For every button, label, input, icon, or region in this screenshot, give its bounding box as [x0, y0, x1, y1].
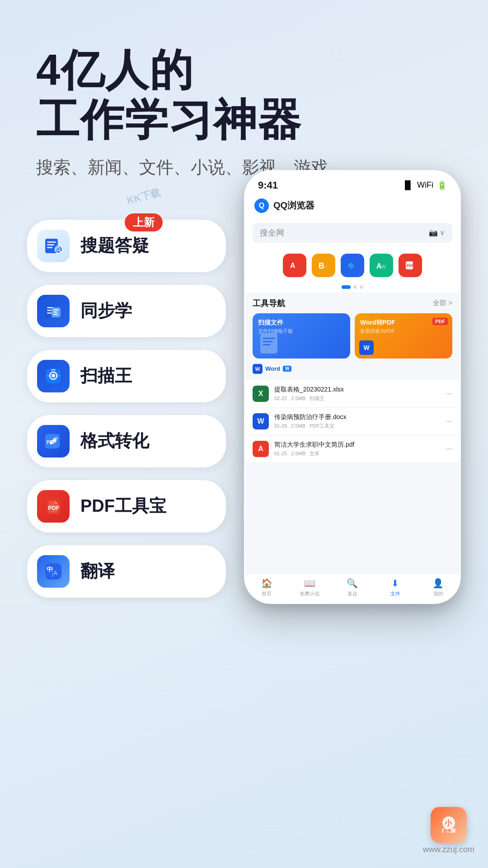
quick-app-3[interactable]: 🔷	[341, 254, 364, 277]
dot-1	[342, 285, 351, 289]
feature-item-translate[interactable]: 中 A 翻译	[27, 545, 226, 598]
dots-indicator	[245, 282, 460, 292]
scan-icon	[37, 360, 70, 392]
camera-icon[interactable]: 📷 ∨	[429, 228, 445, 237]
file-name-3: 简洁大学生求职中文简历.pdf	[274, 441, 440, 449]
file-more-1[interactable]: ···	[446, 389, 452, 398]
file-item-1[interactable]: X 提取表格_20230221.xlsx 02-22 2.5MB 扫描王	[245, 380, 460, 408]
tool-card-word-pdf[interactable]: Word转PDF 多图拼接为PDF W PDF	[355, 313, 452, 359]
svg-text:A: A	[53, 570, 58, 576]
quick-app-4[interactable]: AW	[370, 254, 393, 277]
main-content: 上新 搜题答疑	[0, 197, 488, 598]
svg-rect-40	[263, 341, 272, 342]
svg-text:W: W	[381, 264, 386, 269]
hero-section: 4亿人的 工作学习神器 搜索、新闻、文件、小说、影视、游戏	[0, 0, 488, 197]
nav-zhida[interactable]: 🔍 直达	[331, 578, 374, 597]
feature-item-sync[interactable]: 同步学	[27, 285, 226, 337]
phone-bottom-nav: 🏠 首页 📖 免费小说 🔍 直达 ⬇ 文件	[245, 574, 460, 603]
feature-label-scan: 扫描王	[80, 364, 132, 387]
svg-rect-2	[47, 244, 54, 245]
phone-search-bar[interactable]: 搜全网 📷 ∨	[245, 218, 460, 249]
svg-rect-19	[51, 369, 56, 371]
feature-label-convert: 格式转化	[80, 429, 149, 453]
tool-card-scan-title: 扫描文件	[258, 319, 345, 327]
svg-text:小: 小	[444, 819, 452, 827]
signal-icon: ▐▌	[402, 180, 414, 190]
file-info-2: 传染病预防治疗手册.docx 01-29 2.5MB PDF工具宝	[274, 413, 440, 429]
file-info-3: 简洁大学生求职中文简历.pdf 01-25 2.5MB 文库	[274, 441, 440, 457]
feature-item-search-qa[interactable]: 上新 搜题答疑	[27, 220, 226, 272]
phone-status-bar: 9:41 ▐▌ WiFi 🔋	[245, 171, 460, 195]
svg-rect-41	[263, 344, 271, 345]
svg-text:软件: 软件	[443, 829, 452, 833]
file-more-2[interactable]: ···	[446, 416, 452, 426]
file-icon-xlsx: X	[253, 386, 269, 402]
file-more-3[interactable]: ···	[446, 444, 452, 453]
tools-grid: 扫描文件 文件扫描电子版	[253, 313, 452, 359]
hero-title-line2: 工作学习神器	[36, 95, 302, 144]
quick-app-5[interactable]: PDF	[399, 254, 422, 277]
phone-mockup: 9:41 ▐▌ WiFi 🔋 Q QQ浏览器 搜全网 📷	[244, 170, 488, 645]
word-badge: W	[283, 366, 291, 372]
profile-icon: 👤	[432, 578, 444, 589]
file-meta-3: 01-25 2.5MB 文库	[274, 450, 440, 457]
svg-text:PDF: PDF	[48, 505, 60, 511]
feature-label-translate: 翻译	[80, 560, 115, 583]
feature-item-convert[interactable]: PDF W 格式转化	[27, 415, 226, 467]
phone-status-icons: ▐▌ WiFi 🔋	[402, 180, 447, 190]
svg-rect-1	[47, 241, 56, 243]
svg-text:中: 中	[47, 566, 53, 573]
brand-url: www.zzuj.com	[423, 845, 474, 854]
home-icon: 🏠	[261, 578, 272, 589]
battery-icon: 🔋	[437, 180, 447, 190]
sync-icon	[37, 295, 70, 327]
file-icon-docx: W	[253, 413, 269, 429]
nav-profile[interactable]: 👤 我的	[417, 578, 460, 597]
word-label-row: W Word W	[245, 362, 460, 377]
tool-card-word-pdf-sub: 多图拼接为PDF	[360, 328, 447, 335]
hero-title-line1: 4亿人的	[36, 46, 194, 94]
nav-files-label: 文件	[390, 590, 400, 597]
nav-files[interactable]: ⬇ 文件	[374, 578, 417, 597]
phone-screen: 9:41 ▐▌ WiFi 🔋 Q QQ浏览器 搜全网 📷	[245, 171, 460, 603]
hero-title: 4亿人的 工作学习神器	[36, 45, 452, 145]
file-item-2[interactable]: W 传染病预防治疗手册.docx 01-29 2.5MB PDF工具宝	[245, 408, 460, 435]
svg-rect-39	[263, 338, 275, 339]
svg-rect-13	[53, 311, 57, 313]
file-info-1: 提取表格_20230221.xlsx 02-22 2.5MB 扫描王	[274, 386, 440, 402]
svg-text:PDF: PDF	[407, 264, 414, 268]
files-icon: ⬇	[391, 578, 399, 589]
word-text: Word	[265, 365, 280, 372]
dot-2	[353, 285, 357, 289]
zhida-icon: 🔍	[347, 578, 358, 589]
quick-app-2[interactable]: B	[312, 254, 335, 277]
tools-more[interactable]: 全部 >	[433, 299, 452, 307]
convert-icon: PDF W	[37, 425, 70, 458]
phone-body: 9:41 ▐▌ WiFi 🔋 Q QQ浏览器 搜全网 📷	[244, 170, 461, 604]
phone-app-name: QQ浏览器	[273, 199, 314, 212]
svg-point-4	[55, 246, 62, 253]
svg-text:🔷: 🔷	[347, 262, 356, 270]
phone-time: 9:41	[258, 179, 278, 191]
nav-zhida-label: 直达	[347, 590, 357, 597]
file-item-3[interactable]: A 简洁大学生求职中文简历.pdf 01-25 2.5MB 文库 ·	[245, 435, 460, 463]
quick-app-1[interactable]: A	[283, 254, 306, 277]
qq-logo: Q	[254, 198, 269, 213]
svg-text:A: A	[290, 262, 296, 269]
svg-text:B: B	[319, 261, 324, 270]
nav-novels[interactable]: 📖 免费小说	[288, 578, 331, 597]
nav-novels-label: 免费小说	[300, 590, 319, 597]
phone-search-input[interactable]: 搜全网 📷 ∨	[253, 223, 452, 243]
tool-card-scan[interactable]: 扫描文件 文件扫描电子版	[253, 313, 350, 359]
feature-item-scan[interactable]: 扫描王	[27, 350, 226, 402]
brand-logo: 小 软件	[431, 807, 467, 843]
feature-label-pdf: PDF工具宝	[80, 495, 166, 518]
feature-item-pdf[interactable]: PDF PDF工具宝	[27, 480, 226, 533]
nav-home[interactable]: 🏠 首页	[245, 578, 288, 597]
tools-section: 工具导航 全部 > 扫描文件 文件扫描电子版	[245, 292, 460, 362]
badge-new: 上新	[125, 213, 163, 231]
nav-profile-label: 我的	[433, 590, 443, 597]
svg-rect-38	[260, 333, 277, 354]
svg-rect-12	[53, 309, 59, 311]
quick-apps-row: A B 🔷 AW PDF	[245, 249, 460, 282]
